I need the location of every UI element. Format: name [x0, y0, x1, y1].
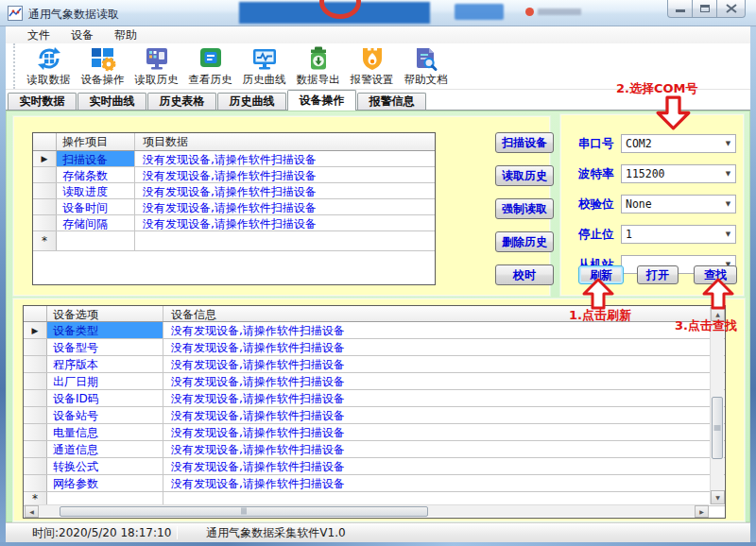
table-row[interactable]: 设备ID码 没有发现设备,请操作软件扫描设备 [24, 390, 725, 407]
cell-item[interactable]: 电量信息 [47, 424, 163, 440]
cell-item[interactable]: 存储条数 [57, 167, 135, 182]
table-row[interactable]: 设备型号 没有发现设备,请操作软件扫描设备 [24, 339, 725, 356]
new-row[interactable]: * [33, 231, 435, 251]
cell-item[interactable]: 扫描设备 [57, 151, 135, 166]
cell-value[interactable]: 没有发现设备,请操作软件扫描设备 [163, 373, 710, 389]
tab-realtime-data[interactable]: 实时数据 [8, 93, 77, 111]
cell-value[interactable]: 没有发现设备,请操作软件扫描设备 [163, 475, 710, 491]
cell-item[interactable]: 读取进度 [57, 183, 135, 198]
column-header[interactable]: 项目数据 [135, 133, 435, 150]
chevron-down-icon[interactable]: ▼ [721, 230, 735, 238]
minimize-button[interactable] [667, 0, 693, 18]
cell-item[interactable]: 通道信息 [47, 441, 163, 457]
toolbar-read-history-button[interactable]: 读取历史 [129, 43, 183, 89]
table-row[interactable]: 存储间隔 没有发现设备,请操作软件扫描设备 [33, 215, 435, 231]
cell-value[interactable]: 没有发现设备,请操作软件扫描设备 [163, 458, 710, 474]
scroll-right-icon[interactable]: ▶ [695, 505, 709, 518]
scrollbar-thumb[interactable] [60, 506, 428, 517]
table-row[interactable]: 设备时间 没有发现设备,请操作软件扫描设备 [33, 199, 435, 215]
table-row[interactable]: 转换公式 没有发现设备,请操作软件扫描设备 [24, 458, 725, 475]
cell-item[interactable]: 程序版本 [47, 356, 163, 372]
table-row[interactable]: 网络参数 没有发现设备,请操作软件扫描设备 [24, 475, 725, 492]
cell-item[interactable]: 转换公式 [47, 458, 163, 474]
cell-item[interactable]: 设备站号 [47, 407, 163, 423]
table-row[interactable]: 读取进度 没有发现设备,请操作软件扫描设备 [33, 183, 435, 199]
read-history-button[interactable]: 读取历史 [495, 165, 554, 186]
time-sync-button[interactable]: 校时 [495, 264, 554, 285]
scroll-down-icon[interactable]: ▼ [711, 490, 725, 504]
baud-rate-select[interactable]: 115200 ▼ [621, 164, 736, 183]
toolbar-alarm-settings-button[interactable]: 报警设置 [345, 43, 399, 89]
cell-item[interactable] [57, 231, 135, 250]
maximize-button[interactable] [692, 0, 717, 18]
cell-item[interactable]: 网络参数 [47, 475, 163, 491]
cell-item[interactable]: 设备类型 [47, 322, 163, 338]
column-header[interactable]: 设备信息 [163, 306, 725, 321]
cell-value[interactable]: 没有发现设备,请操作软件扫描设备 [135, 167, 435, 182]
cell-value[interactable]: 没有发现设备,请操作软件扫描设备 [163, 339, 710, 355]
vertical-scrollbar[interactable]: ▲ ▼ [710, 307, 724, 504]
cell-value[interactable]: 没有发现设备,请操作软件扫描设备 [163, 407, 710, 423]
cell-value[interactable] [135, 231, 435, 250]
statusbar: 时间:2020/5/20 18:17:10 通用气象数据采集软件V1.0 [6, 522, 750, 542]
table-row[interactable]: 通道信息 没有发现设备,请操作软件扫描设备 [24, 441, 725, 458]
table-row[interactable]: 出厂日期 没有发现设备,请操作软件扫描设备 [24, 373, 725, 390]
toolbar-help-doc-button[interactable]: 帮助文档 [399, 43, 453, 89]
toolbar-view-history-button[interactable]: 查看历史 [183, 43, 237, 89]
cell-item[interactable]: 设备型号 [47, 339, 163, 355]
menu-help[interactable]: 帮助 [104, 26, 147, 44]
parity-select[interactable]: None ▼ [621, 195, 736, 213]
cell-value[interactable]: 没有发现设备,请操作软件扫描设备 [163, 390, 710, 406]
cell-item[interactable]: 设备时间 [57, 199, 135, 214]
table-row[interactable]: 存储条数 没有发现设备,请操作软件扫描设备 [33, 167, 435, 183]
tab-history-table[interactable]: 历史表格 [147, 93, 216, 111]
com-port-select[interactable]: COM2 ▼ [621, 134, 736, 153]
menu-file[interactable]: 文件 [17, 26, 60, 44]
chevron-down-icon[interactable]: ▼ [721, 140, 735, 147]
toolbar-read-data-button[interactable]: 读取数据 [22, 43, 76, 89]
scroll-left-icon[interactable]: ◀ [25, 505, 39, 518]
scan-device-button[interactable]: 扫描设备 [495, 132, 554, 153]
alarm-settings-icon [359, 45, 386, 72]
cell-value[interactable] [163, 492, 710, 505]
row-header [24, 390, 47, 406]
stop-bits-select[interactable]: 1 ▼ [621, 225, 736, 244]
cell-value[interactable]: 没有发现设备,请操作软件扫描设备 [135, 183, 435, 198]
cell-value[interactable]: 没有发现设备,请操作软件扫描设备 [163, 322, 710, 338]
force-read-button[interactable]: 强制读取 [495, 198, 554, 219]
delete-history-button[interactable]: 删除历史 [495, 231, 554, 252]
table-row[interactable]: 电量信息 没有发现设备,请操作软件扫描设备 [24, 424, 725, 441]
cell-item[interactable]: 存储间隔 [57, 215, 135, 230]
cell-item[interactable]: 出厂日期 [47, 373, 163, 389]
table-row[interactable]: ▶ 设备类型 没有发现设备,请操作软件扫描设备 [24, 322, 725, 339]
table-row[interactable]: 设备站号 没有发现设备,请操作软件扫描设备 [24, 407, 725, 424]
close-button[interactable] [716, 0, 746, 18]
cell-value[interactable]: 没有发现设备,请操作软件扫描设备 [163, 441, 710, 457]
column-header[interactable]: 设备选项 [47, 306, 163, 321]
cell-value[interactable]: 没有发现设备,请操作软件扫描设备 [135, 151, 435, 166]
table-row[interactable]: 程序版本 没有发现设备,请操作软件扫描设备 [24, 356, 725, 373]
scrollbar-thumb[interactable] [712, 397, 723, 459]
cell-value[interactable]: 没有发现设备,请操作软件扫描设备 [163, 424, 710, 440]
cell-value[interactable]: 没有发现设备,请操作软件扫描设备 [135, 215, 435, 230]
column-header[interactable]: 操作项目 [57, 133, 135, 150]
table-row[interactable]: ▶ 扫描设备 没有发现设备,请操作软件扫描设备 [33, 151, 435, 167]
tab-device-operate[interactable]: 设备操作 [287, 90, 356, 111]
open-button[interactable]: 打开 [637, 265, 679, 284]
tab-history-curve[interactable]: 历史曲线 [217, 93, 286, 111]
window-border-left [0, 26, 6, 546]
cell-value[interactable]: 没有发现设备,请操作软件扫描设备 [135, 199, 435, 214]
toolbar-history-curve-button[interactable]: 历史曲线 [237, 43, 291, 89]
cell-item[interactable] [47, 492, 163, 505]
tab-alarm-info[interactable]: 报警信息 [357, 93, 426, 111]
toolbar-data-export-button[interactable]: 数据导出 [291, 43, 345, 89]
background-smudge [455, 4, 504, 20]
cell-value[interactable]: 没有发现设备,请操作软件扫描设备 [163, 356, 710, 372]
cell-item[interactable]: 设备ID码 [47, 390, 163, 406]
menu-device[interactable]: 设备 [60, 26, 104, 44]
chevron-down-icon[interactable]: ▼ [721, 170, 735, 178]
chevron-down-icon[interactable]: ▼ [721, 200, 735, 208]
horizontal-scrollbar[interactable]: ◀ ▶ [25, 504, 709, 517]
tab-realtime-curve[interactable]: 实时曲线 [77, 93, 146, 111]
toolbar-device-operate-button[interactable]: 设备操作 [76, 43, 129, 89]
